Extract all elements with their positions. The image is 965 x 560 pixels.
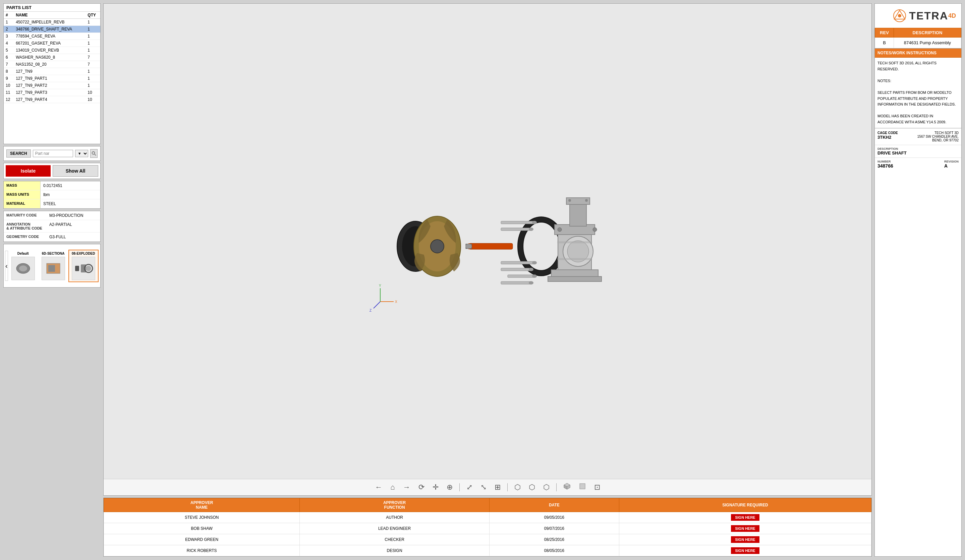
approver-sign[interactable]: SIGN HERE xyxy=(619,523,871,534)
toolbar-expand-icon[interactable]: ⊞ xyxy=(493,482,502,492)
sign-here-button[interactable]: SIGN HERE xyxy=(731,536,759,543)
sign-here-button[interactable]: SIGN HERE xyxy=(731,547,759,554)
search-dropdown[interactable]: ▼ xyxy=(75,150,88,157)
svg-rect-47 xyxy=(570,201,586,226)
thumbnails-panel: ‹ Default 6D-SECTIONA xyxy=(3,244,101,287)
table-row[interactable]: 2 348766_DRIVE_SHAFT_REVA 1 xyxy=(4,26,100,33)
svg-rect-54 xyxy=(557,258,592,260)
left-panel: PARTS LIST # NAME QTY 1 450722_IMPELLER_… xyxy=(3,3,101,557)
toolbar-rotate-icon[interactable]: ⟳ xyxy=(417,482,426,492)
notes-section: NOTES/WORK INSTRUCTIONS TECH SOFT 3D 201… xyxy=(875,49,962,128)
toolbar-section-icon[interactable]: ⬡ xyxy=(542,482,551,492)
approver-date: 08/25/2016 xyxy=(489,534,619,545)
toolbar-pan-icon[interactable]: ✛ xyxy=(431,482,440,492)
table-row[interactable]: 4 667201_GASKET_REVA 1 xyxy=(4,40,100,47)
parts-list-box: PARTS LIST # NAME QTY 1 450722_IMPELLER_… xyxy=(3,3,101,144)
table-row[interactable]: 5 134019_COVER_REVB 1 xyxy=(4,47,100,54)
approver-sign[interactable]: SIGN HERE xyxy=(619,512,871,523)
rev-header-rev: REV xyxy=(875,28,894,38)
approver-name: RICK ROBERTS xyxy=(104,545,300,556)
table-row[interactable]: 3 778594_CASE_REVA 1 xyxy=(4,33,100,40)
geometry-label: GEOMETRY CODE xyxy=(7,235,47,238)
thumb-prev-button[interactable]: ‹ xyxy=(5,251,8,281)
table-row[interactable]: 12 127_TN9_PART4 10 xyxy=(4,96,100,103)
maturity-value: M3-PRODUCTION xyxy=(49,213,83,218)
properties-box: MASS 0.0172451 MASS UNITS lbm MATERIAL S… xyxy=(3,181,101,209)
svg-point-42 xyxy=(529,281,533,284)
search-button[interactable]: SEARCH xyxy=(7,149,31,157)
svg-rect-36 xyxy=(501,281,531,284)
title-block: CAGE CODE 3TKH2 TECH SOFT 3D 1567 SW CHA… xyxy=(875,128,962,557)
toolbar-window-icon[interactable]: ⊡ xyxy=(593,482,602,492)
toolbar-sep-3 xyxy=(556,483,557,491)
number-left: NUMBER 348766 xyxy=(877,160,893,168)
tetra-logo: TETRA 4D xyxy=(875,3,962,28)
svg-rect-61 xyxy=(580,483,585,489)
toolbar-home-icon[interactable]: ⌂ xyxy=(389,482,396,492)
sign-here-button[interactable]: SIGN HERE xyxy=(731,514,759,521)
thumb-08-exploded[interactable]: 08-EXPLODED xyxy=(69,250,98,282)
toolbar-fit-icon[interactable]: ⤢ xyxy=(465,482,474,492)
svg-line-1 xyxy=(95,154,96,155)
table-row[interactable]: 1 450722_IMPELLER_REVB 1 xyxy=(4,19,100,26)
parts-table: # NAME QTY 1 450722_IMPELLER_REVB 1 2 34… xyxy=(4,12,100,103)
rev-header-desc: DESCRIPTION xyxy=(893,28,961,38)
table-row[interactable]: 8 127_TN9 1 xyxy=(4,68,100,75)
codes-box: MATURITY CODE M3-PRODUCTION ANNOTATION& … xyxy=(3,211,101,242)
tetra-logo-icon xyxy=(893,9,906,23)
svg-point-46 xyxy=(593,227,597,232)
thumb-6d-sectiona[interactable]: 6D-SECTIONA xyxy=(38,250,69,282)
table-row[interactable]: 11 127_TN9_PART3 10 xyxy=(4,89,100,96)
thumb-6d-img xyxy=(42,257,65,280)
approver-sign[interactable]: SIGN HERE xyxy=(619,534,871,545)
code-row-annotation: ANNOTATION& ATTRIBUTE CODE A2-PARTIAL xyxy=(4,220,100,233)
table-row[interactable]: 9 127_TN9_PART1 1 xyxy=(4,75,100,82)
show-all-button[interactable]: Show All xyxy=(52,165,98,176)
isolate-button[interactable]: Isolate xyxy=(6,165,51,176)
thumb-08-img xyxy=(72,257,95,280)
toolbar-fit2-icon[interactable]: ⤡ xyxy=(479,482,488,492)
toolbar-parts-icon[interactable]: ⬡ xyxy=(513,482,522,492)
sign-here-button[interactable]: SIGN HERE xyxy=(731,525,759,532)
svg-rect-25 xyxy=(469,243,513,249)
cage-code-value: 3TKH2 xyxy=(877,135,898,140)
svg-point-45 xyxy=(558,227,562,232)
svg-point-0 xyxy=(92,152,95,155)
toolbar-forward-icon[interactable]: → xyxy=(402,482,412,492)
thumb-cover-front[interactable]: COVER-FRONT xyxy=(98,250,101,282)
thumb-default-label: Default xyxy=(18,252,29,255)
prop-row-material: MATERIAL STEEL xyxy=(4,199,100,209)
approval-row: STEVE JOHNSON AUTHOR 09/05/2016 SIGN HER… xyxy=(104,512,872,523)
viewport[interactable]: X Y Z xyxy=(103,3,872,496)
prop-mass-value: 0.0172451 xyxy=(41,181,100,190)
svg-point-3 xyxy=(19,265,27,271)
center-panel: X Y Z xyxy=(103,3,872,557)
approver-function: AUTHOR xyxy=(300,512,489,523)
toolbar-face-icon[interactable] xyxy=(577,482,587,493)
toolbar-back-icon[interactable]: ← xyxy=(373,482,384,492)
logo-4d-text: 4D xyxy=(948,12,956,20)
right-panel: TETRA 4D REV DESCRIPTION B 874631 Pump A… xyxy=(875,3,962,557)
description-label: DESCRIPTION xyxy=(877,147,958,150)
approver-sign[interactable]: SIGN HERE xyxy=(619,545,871,556)
table-row[interactable]: 7 NAS1352_08_20 7 xyxy=(4,61,100,68)
toolbar-zoom-icon[interactable]: ⊕ xyxy=(445,482,454,492)
thumb-08-label: 08-EXPLODED xyxy=(72,252,95,255)
search-input[interactable] xyxy=(33,150,73,157)
part-name: 450722_IMPELLER_REVB xyxy=(14,19,85,26)
table-row[interactable]: 10 127_TN9_PART2 1 xyxy=(4,82,100,89)
part-name: 778594_CASE_REVA xyxy=(14,33,85,40)
number-label: NUMBER xyxy=(877,160,893,163)
part-qty: 1 xyxy=(85,47,100,54)
toolbar-cube-icon[interactable] xyxy=(562,482,572,493)
svg-rect-34 xyxy=(501,268,531,271)
number-value: 348766 xyxy=(877,163,893,168)
viewport-3d[interactable]: X Y Z xyxy=(104,4,872,479)
svg-rect-35 xyxy=(508,275,535,278)
parts-list-scroll[interactable]: # NAME QTY 1 450722_IMPELLER_REVB 1 2 34… xyxy=(4,12,100,129)
search-icon-button[interactable] xyxy=(90,149,98,158)
table-row[interactable]: 6 WASHER_NAS620_8 7 xyxy=(4,54,100,61)
part-num: 7 xyxy=(4,61,14,68)
toolbar-explode-icon[interactable]: ⬡ xyxy=(527,482,536,492)
thumb-default[interactable]: Default xyxy=(8,250,38,282)
